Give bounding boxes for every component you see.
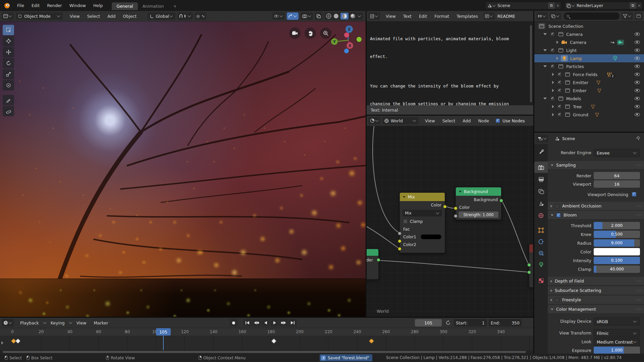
color-management-header[interactable]: Color Management ∷∷ (548, 305, 644, 314)
depth-of-field-header[interactable]: Depth of Field ∷∷ (548, 277, 644, 286)
menu-window[interactable]: Window (66, 3, 90, 8)
bloom-clamp-slider[interactable]: 40.000 (594, 265, 640, 273)
gizmo-y-ball[interactable]: Y (331, 38, 338, 45)
collection-checkbox[interactable] (550, 48, 555, 53)
hide-eye-icon[interactable] (635, 41, 640, 44)
outliner-row-camera-object[interactable]: Camera ↝ (534, 38, 644, 46)
outliner-row-scene-collection[interactable]: Scene Collection (534, 22, 644, 30)
channel-expand-icon[interactable] (1, 341, 3, 345)
collection-checkbox[interactable] (557, 72, 562, 77)
disclosure-icon[interactable] (556, 57, 558, 60)
strength-socket[interactable] (454, 214, 458, 218)
proportional-edit-button[interactable]: ◎ ∿ (195, 12, 206, 20)
tab-physics[interactable] (534, 236, 548, 247)
timeline-ruler[interactable]: 0204060801001201401601802002202402602803… (0, 328, 533, 336)
node-canvas[interactable]: der Mix Color Mix (367, 126, 533, 317)
frame-start-field[interactable]: Start:1 (454, 319, 487, 326)
outliner-row-ground[interactable]: Ground ▽ (534, 111, 644, 119)
row-label[interactable]: Scene Collection (548, 24, 583, 29)
play-button[interactable] (270, 319, 279, 326)
disclosure-icon[interactable] (543, 33, 547, 35)
hide-eye-icon[interactable] (635, 89, 640, 92)
render-layer-selector[interactable]: RenderLayer ⧉ ✕ (565, 2, 643, 9)
hide-eye-icon[interactable] (635, 73, 640, 76)
drag-grip-icon[interactable]: ∷∷ (636, 213, 641, 217)
editor-type-button[interactable] (2, 12, 14, 20)
collection-checkbox[interactable] (550, 64, 555, 69)
ambient-occlusion-checkbox[interactable] (555, 204, 559, 208)
freestyle-checkbox[interactable] (555, 298, 559, 302)
camera-view-button[interactable] (289, 27, 301, 39)
tab-output[interactable] (534, 174, 548, 185)
prev-frame-button[interactable] (261, 319, 270, 326)
orientation-dropdown[interactable]: Global (148, 12, 175, 20)
viewport-menu-object[interactable]: Object (119, 14, 140, 19)
output-surface-socket[interactable] (527, 263, 531, 267)
mix-color-output-socket[interactable] (443, 205, 447, 208)
tab-world[interactable] (534, 210, 548, 221)
text-menu-text[interactable]: Text (399, 14, 415, 19)
keyframe-diamond[interactable] (15, 339, 21, 344)
gizmo-x-ball[interactable]: X (346, 42, 353, 49)
mode-dropdown[interactable]: Object Mode (16, 12, 63, 20)
collection-checkbox[interactable] (557, 80, 562, 85)
output-volume-socket[interactable] (527, 270, 531, 274)
workspace-tab-general[interactable]: General (112, 2, 138, 10)
mix-clamp-row[interactable]: Clamp (400, 218, 445, 225)
subsurface-header[interactable]: Subsurface Scattering ∷∷ (548, 286, 644, 295)
disclosure-icon[interactable] (543, 49, 547, 51)
bloom-checkbox[interactable] (556, 213, 561, 218)
pan-view-button[interactable] (305, 27, 316, 39)
outliner-row-lamp-selected[interactable]: Lamp (534, 54, 644, 62)
bloom-intensity-slider[interactable]: 0.100 (594, 257, 640, 264)
shading-solid-icon[interactable] (333, 13, 339, 19)
tool-move[interactable] (3, 47, 14, 57)
gizmo-minus-y-ball[interactable] (357, 37, 362, 42)
menu-help[interactable]: Help (90, 3, 107, 8)
disclosure-icon[interactable] (552, 73, 554, 76)
disclosure-icon[interactable] (556, 41, 558, 44)
node-menu-add[interactable]: Add (459, 118, 474, 123)
hide-eye-icon[interactable] (635, 65, 640, 68)
menu-render[interactable]: Render (43, 3, 66, 8)
tab-view-layer[interactable] (534, 186, 548, 197)
tool-rotate[interactable] (3, 58, 14, 68)
outliner-row-ember[interactable]: Ember ▽ (534, 86, 644, 95)
shading-rendered-icon[interactable] (350, 13, 356, 19)
clamp-checkbox[interactable] (403, 219, 408, 224)
tab-render[interactable] (534, 162, 548, 173)
row-label[interactable]: Ember (573, 88, 587, 93)
collection-checkbox[interactable] (550, 32, 555, 37)
collapse-icon[interactable] (403, 196, 406, 198)
light-data-icon[interactable] (613, 56, 618, 61)
tab-constraints[interactable] (534, 247, 548, 259)
jump-to-end-button[interactable] (288, 319, 297, 326)
hide-eye-icon[interactable] (635, 33, 640, 36)
sync-icon[interactable] (445, 320, 451, 325)
new-collection-button[interactable] (635, 12, 642, 20)
new-scene-button[interactable]: ⧉ (548, 2, 555, 9)
disclosure-icon[interactable] (552, 81, 554, 84)
scene-selector[interactable]: Scene ⧉ ✕ (485, 2, 561, 9)
bloom-header[interactable]: Bloom ∷∷ (548, 211, 644, 220)
mix-node-header[interactable]: Mix (400, 193, 445, 201)
outliner-row-camera-collection[interactable]: Camera (534, 30, 644, 38)
collection-checkbox[interactable] (557, 88, 562, 93)
hide-eye-icon[interactable] (635, 105, 640, 108)
timeline-scrollbar[interactable] (0, 350, 533, 354)
sampling-render-field[interactable]: 64 (594, 172, 640, 179)
tab-object-data-light[interactable] (534, 259, 548, 270)
keyframe-diamond[interactable] (369, 339, 374, 344)
editor-type-button[interactable] (536, 135, 548, 142)
bloom-radius-slider[interactable]: 9.000 (594, 239, 640, 247)
render-engine-dropdown[interactable]: Eevee (594, 149, 640, 157)
drag-grip-icon[interactable]: ∷∷ (636, 279, 641, 283)
viewport-menu-add[interactable]: Add (104, 14, 119, 19)
outliner-row-tree[interactable]: Tree ▽ (534, 103, 644, 111)
timeline-menu-playback[interactable]: Playback (16, 320, 43, 325)
new-render-layer-button[interactable]: ⧉ (630, 2, 636, 9)
keyframe-diamond[interactable] (271, 339, 276, 344)
mix-node[interactable]: Mix Color Mix Clamp Fac Color1 (399, 192, 445, 253)
drag-grip-icon[interactable]: ∷∷ (636, 307, 641, 311)
tab-object[interactable] (534, 225, 548, 236)
